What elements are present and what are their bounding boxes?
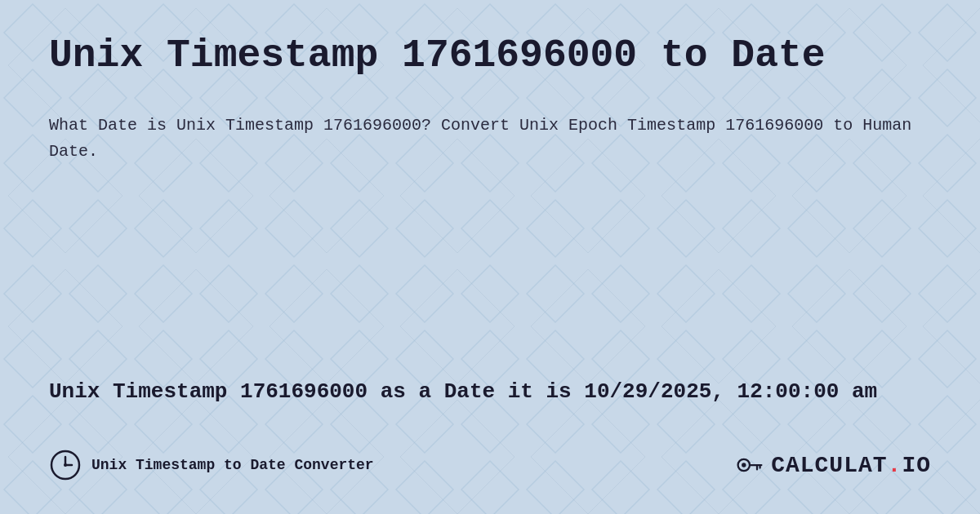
logo-section: CALCULAT.IO: [735, 450, 931, 480]
logo-icon: [735, 450, 764, 480]
logo-dot: .: [888, 453, 902, 478]
footer-link-section[interactable]: Unix Timestamp to Date Converter: [49, 449, 374, 481]
footer-link-text[interactable]: Unix Timestamp to Date Converter: [91, 457, 374, 473]
page-title: Unix Timestamp 1761696000 to Date: [49, 33, 931, 80]
result-display: Unix Timestamp 1761696000 as a Date it i…: [49, 376, 931, 408]
logo-text: CALCULAT.IO: [771, 453, 931, 478]
clock-icon: [49, 449, 82, 481]
svg-point-7: [64, 463, 67, 467]
svg-point-9: [742, 463, 746, 467]
page-description: What Date is Unix Timestamp 1761696000? …: [49, 113, 931, 165]
